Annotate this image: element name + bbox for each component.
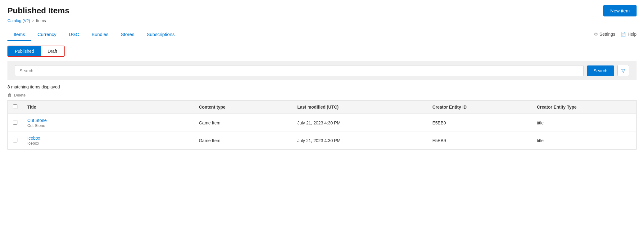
- settings-label: Settings: [600, 32, 615, 37]
- column-title: Title: [22, 101, 194, 114]
- row-title-cell: Cut Stone Cut Stone: [22, 114, 194, 132]
- row-subtitle: Icebox: [27, 141, 39, 146]
- row-title-link[interactable]: Icebox: [27, 136, 189, 141]
- tab-currency[interactable]: Currency: [31, 29, 63, 41]
- tab-subscriptions[interactable]: Subscriptions: [140, 29, 181, 41]
- tabs-bar: Items Currency UGC Bundles Stores Subscr…: [7, 29, 637, 41]
- tabs-left: Items Currency UGC Bundles Stores Subscr…: [7, 29, 181, 41]
- table-row: Icebox Icebox Game Item July 21, 2023 4:…: [8, 132, 637, 150]
- draft-toggle-button[interactable]: Draft: [41, 46, 64, 56]
- items-table: Title Content type Last modified (UTC) C…: [7, 100, 637, 150]
- row-creator-entity-id: E5EB9: [427, 114, 532, 132]
- results-count: 8 matching items displayed: [7, 84, 60, 89]
- row-checkbox[interactable]: [13, 120, 17, 125]
- trash-icon: 🗑: [7, 92, 12, 98]
- row-title-cell: Icebox Icebox: [22, 132, 194, 150]
- table-header-row: Title Content type Last modified (UTC) C…: [8, 101, 637, 114]
- status-toggle-group: Published Draft: [7, 46, 65, 57]
- row-creator-entity-type: title: [532, 132, 637, 150]
- column-content-type: Content type: [194, 101, 292, 114]
- row-last-modified: July 21, 2023 4:30 PM: [292, 114, 427, 132]
- breadcrumb-current: Items: [36, 18, 46, 23]
- row-creator-entity-type: title: [532, 114, 637, 132]
- row-content-type: Game Item: [194, 132, 292, 150]
- filter-button[interactable]: ▽: [617, 65, 629, 76]
- column-creator-entity-type: Creator Entity Type: [532, 101, 637, 114]
- gear-icon: ⚙: [594, 32, 598, 37]
- row-checkbox-cell: [8, 132, 23, 150]
- search-input[interactable]: [15, 65, 584, 76]
- row-checkbox[interactable]: [13, 138, 17, 142]
- row-title-link[interactable]: Cut Stone: [27, 118, 189, 123]
- table-body: Cut Stone Cut Stone Game Item July 21, 2…: [8, 114, 637, 150]
- row-checkbox-cell: [8, 114, 23, 132]
- tab-bundles[interactable]: Bundles: [85, 29, 115, 41]
- search-button[interactable]: Search: [587, 65, 614, 76]
- column-creator-entity-id: Creator Entity ID: [427, 101, 532, 114]
- page-title: Published Items: [7, 6, 69, 16]
- row-content-type: Game Item: [194, 114, 292, 132]
- new-item-button[interactable]: New item: [603, 5, 637, 16]
- column-last-modified: Last modified (UTC): [292, 101, 427, 114]
- document-icon: 📄: [621, 32, 626, 37]
- tab-items[interactable]: Items: [7, 29, 31, 41]
- row-last-modified: July 21, 2023 4:30 PM: [292, 132, 427, 150]
- filter-icon: ▽: [621, 68, 625, 73]
- page-header: Published Items New item: [7, 5, 637, 16]
- tabs-right: ⚙ Settings 📄 Help: [594, 32, 637, 38]
- breadcrumb: Catalog (V2) > Items: [7, 18, 637, 23]
- tab-stores[interactable]: Stores: [115, 29, 140, 41]
- settings-button[interactable]: ⚙ Settings: [594, 32, 615, 37]
- published-toggle-button[interactable]: Published: [8, 46, 41, 56]
- row-creator-entity-id: E5EB9: [427, 132, 532, 150]
- tab-ugc[interactable]: UGC: [63, 29, 85, 41]
- select-all-checkbox[interactable]: [13, 104, 17, 109]
- row-subtitle: Cut Stone: [27, 123, 45, 128]
- results-info: 8 matching items displayed: [7, 80, 637, 91]
- table-row: Cut Stone Cut Stone Game Item July 21, 2…: [8, 114, 637, 132]
- select-all-cell: [8, 101, 23, 114]
- help-label: Help: [628, 32, 637, 37]
- delete-row: 🗑 Delete: [7, 91, 637, 100]
- breadcrumb-parent[interactable]: Catalog (V2): [7, 18, 30, 23]
- help-button[interactable]: 📄 Help: [621, 32, 637, 37]
- delete-label[interactable]: Delete: [14, 93, 26, 97]
- breadcrumb-separator: >: [32, 19, 34, 23]
- search-bar: Search ▽: [7, 61, 637, 80]
